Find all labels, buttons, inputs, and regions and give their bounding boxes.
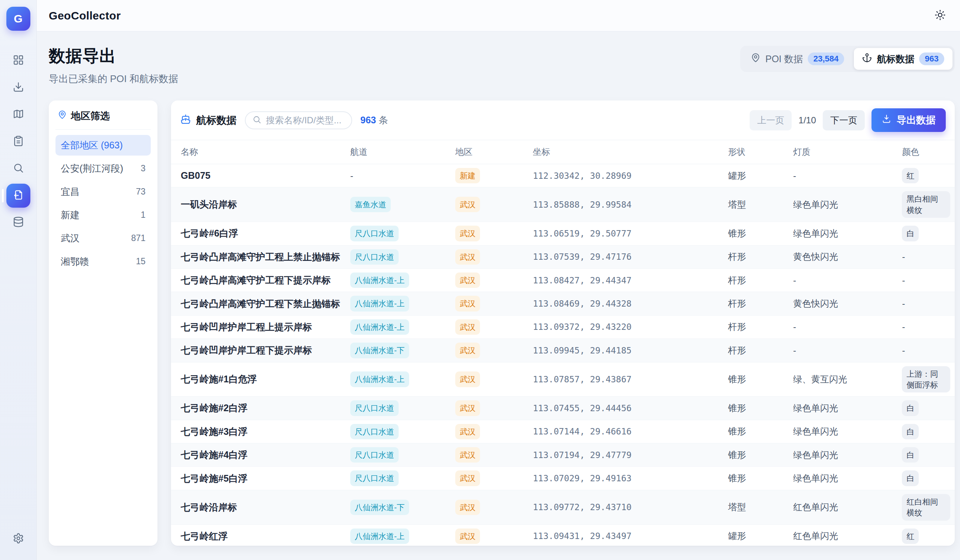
prev-page-button[interactable]: 上一页 [750, 110, 792, 131]
channel-badge: 八仙洲水道-上 [350, 319, 409, 335]
search-input[interactable] [266, 115, 345, 126]
table-row[interactable]: 七弓岭沿岸标八仙洲水道-下武汉113.09772, 29.43710塔型红色单闪… [171, 490, 955, 524]
table-row[interactable]: 七弓岭凸岸高滩守护工程下禁止抛锚标八仙洲水道-上武汉113.08469, 29.… [171, 292, 955, 315]
light-character: - [793, 345, 796, 355]
table-cell: 113.07194, 29.47779 [528, 444, 723, 467]
table-cell: 绿色单闪光 [789, 444, 898, 467]
shape-value: 锥形 [728, 426, 746, 436]
topbar: GeoCollector [37, 0, 960, 32]
table-row[interactable]: 七弓岭凸岸高滩守护工程上禁止抛锚标尺八口水道武汉113.07539, 29.47… [171, 245, 955, 268]
coordinates: 113.08427, 29.44347 [533, 276, 632, 285]
table-cell: 七弓岭#6白浮 [171, 222, 346, 245]
table-cell: 八仙洲水道-上 [346, 315, 451, 338]
table-row[interactable]: 七弓岭施#3白浮尺八口水道武汉113.07144, 29.46616锥形绿色单闪… [171, 420, 955, 443]
sidebar-item-export[interactable] [6, 183, 30, 207]
table-column-header: 灯质 [789, 140, 898, 164]
table-column-header: 颜色 [898, 140, 955, 164]
export-data-button[interactable]: 导出数据 [872, 108, 946, 132]
color-empty: - [902, 252, 905, 262]
table-cell: 嘉鱼水道 [346, 187, 451, 222]
filter-item-2[interactable]: 宜昌73 [56, 182, 151, 202]
sidebar-item-dashboard[interactable] [6, 49, 30, 73]
table-row[interactable]: 一矶头沿岸标嘉鱼水道武汉113.85888, 29.99584塔型绿色单闪光黑白… [171, 187, 955, 222]
color-badge: 红 [902, 168, 919, 183]
light-character: - [793, 322, 796, 332]
filter-item-3[interactable]: 新建1 [56, 205, 151, 225]
table-cell: 113.07144, 29.46616 [528, 420, 723, 443]
sidebar-item-search[interactable] [6, 157, 30, 181]
dataset-tab-poi[interactable]: POI 数据23,584 [742, 48, 852, 70]
filter-item-label: 湘鄂赣 [61, 255, 89, 268]
table-cell: 七弓岭施#2白浮 [171, 397, 346, 420]
grid-icon [13, 54, 24, 67]
region-badge: 武汉 [455, 343, 480, 358]
coordinates: 113.85888, 29.99584 [533, 200, 632, 209]
channel-badge: 八仙洲水道-上 [350, 372, 409, 387]
table-row[interactable]: 七弓岭施#1白危浮八仙洲水道-上武汉113.07857, 29.43867锥形绿… [171, 362, 955, 397]
sidebar-item-tasks[interactable] [6, 130, 30, 154]
row-count: 963 条 [360, 114, 388, 126]
theme-toggle-button[interactable] [934, 10, 946, 22]
page-subtitle: 导出已采集的 POI 和航标数据 [49, 72, 178, 85]
row-count-unit: 条 [379, 115, 388, 125]
region-badge: 武汉 [455, 471, 480, 486]
next-page-button[interactable]: 下一页 [823, 110, 865, 131]
table-cell: 黑白相间横纹 [898, 187, 955, 222]
table-cell: 红 [898, 524, 955, 546]
main-column: GeoCollector 数据导出 导出已采集的 POI 和航标数据 POI 数… [37, 0, 960, 560]
table-cell: - [898, 315, 955, 338]
filter-item-4[interactable]: 武汉871 [56, 228, 151, 249]
filter-item-5[interactable]: 湘鄂赣15 [56, 251, 151, 272]
table-cell: 尺八口水道 [346, 222, 451, 245]
table-column-header: 航道 [346, 140, 451, 164]
dataset-tab-count-badge: 23,584 [808, 53, 844, 65]
table-row[interactable]: 七弓岭凹岸护岸工程下提示岸标八仙洲水道-下武汉113.09945, 29.441… [171, 339, 955, 362]
table-cell: 绿色单闪光 [789, 222, 898, 245]
table-row[interactable]: 七弓岭#6白浮尺八口水道武汉113.06519, 29.50777锥形绿色单闪光… [171, 222, 955, 245]
table-cell: 113.07455, 29.44456 [528, 397, 723, 420]
table-cell: GB075 [171, 164, 346, 187]
dataset-tab-beacon[interactable]: 航标数据963 [854, 48, 952, 70]
table-header-row: 名称航道地区坐标形状灯质颜色 [171, 140, 955, 164]
filter-item-0[interactable]: 全部地区 (963) [56, 135, 151, 156]
region-badge: 武汉 [455, 319, 480, 335]
page-header-text: 数据导出 导出已采集的 POI 和航标数据 [49, 40, 178, 85]
table-cell: 113.09431, 29.43497 [528, 524, 723, 546]
coordinates: 112.30342, 30.28969 [533, 171, 632, 181]
table-row[interactable]: 七弓岭凸岸高滩守护工程下提示岸标八仙洲水道-上武汉113.08427, 29.4… [171, 268, 955, 292]
app-logo: G [6, 7, 30, 31]
table-row[interactable]: 七弓岭施#5白浮尺八口水道武汉113.07029, 29.49163锥形绿色单闪… [171, 467, 955, 490]
table-cell: 红 [898, 164, 955, 187]
table-row[interactable]: 七弓岭施#4白浮尺八口水道武汉113.07194, 29.47779锥形绿色单闪… [171, 444, 955, 467]
table-cell: 七弓岭凸岸高滩守护工程下提示岸标 [171, 268, 346, 292]
filter-item-1[interactable]: 公安(荆江河段)3 [56, 158, 151, 179]
filter-item-count: 871 [131, 233, 146, 243]
sidebar-item-settings[interactable] [6, 526, 30, 550]
sidebar-item-download[interactable] [6, 76, 30, 100]
table-cell: 七弓岭施#3白浮 [171, 420, 346, 443]
beacon-name: 一矶头沿岸标 [181, 199, 237, 209]
color-badge: 白 [902, 226, 919, 241]
table-cell: 绿色单闪光 [789, 187, 898, 222]
filter-item-label: 宜昌 [61, 185, 80, 198]
region-badge: 武汉 [455, 447, 480, 463]
color-badge: 白 [902, 424, 919, 439]
table-row[interactable]: 七弓岭凹岸护岸工程上提示岸标八仙洲水道-上武汉113.09372, 29.432… [171, 315, 955, 338]
table-row[interactable]: 七弓岭红浮八仙洲水道-上武汉113.09431, 29.43497罐形红色单闪光… [171, 524, 955, 546]
filter-item-label: 全部地区 (963) [61, 139, 123, 152]
shape-value: 杆形 [728, 275, 746, 285]
table-cell: 武汉 [451, 397, 528, 420]
shape-value: 罐形 [728, 531, 746, 541]
table-cell: 113.85888, 29.99584 [528, 187, 723, 222]
sidebar-item-map[interactable] [6, 103, 30, 127]
table-cell: 113.08469, 29.44328 [528, 292, 723, 315]
table-cell: 白 [898, 222, 955, 245]
sidebar-item-database[interactable] [6, 211, 30, 235]
table-cell: 武汉 [451, 315, 528, 338]
table-row[interactable]: GB075-新建112.30342, 30.28969罐形-红 [171, 164, 955, 187]
table-cell: - [898, 292, 955, 315]
table-row[interactable]: 七弓岭施#2白浮尺八口水道武汉113.07455, 29.44456锥形绿色单闪… [171, 397, 955, 420]
color-badge: 上游：同侧面浮标 [902, 366, 950, 393]
beacon-name: 七弓岭施#2白浮 [181, 402, 248, 413]
shape-value: 杆形 [728, 252, 746, 262]
